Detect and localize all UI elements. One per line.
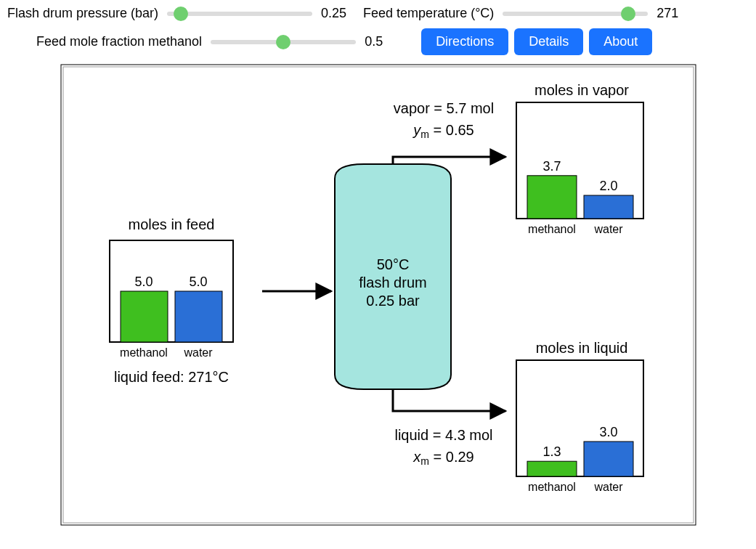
details-button[interactable]: Details [514, 28, 583, 55]
feed-chart-title: moles in feed [128, 216, 214, 232]
button-group: Directions Details About [421, 28, 652, 55]
feed-cat-b: water [183, 346, 213, 359]
liquid-chart: moles in liquid 1.3 3.0 methanol water [516, 340, 643, 493]
vapor-cat-a: methanol [528, 223, 576, 235]
liquid-bar-methanol [527, 461, 577, 476]
vapor-val-methanol: 3.7 [542, 159, 561, 174]
directions-button[interactable]: Directions [421, 28, 508, 55]
vapor-chart: moles in vapor 3.7 2.0 methanol water [516, 82, 643, 235]
liquid-cat-a: methanol [528, 481, 576, 493]
pressure-label: Flash drum pressure (bar) [7, 6, 158, 21]
temperature-value: 271 [657, 6, 684, 21]
vapor-bar-methanol [527, 176, 577, 219]
vapor-line1: vapor = 5.7 mol [393, 100, 493, 116]
feed-bar-water [175, 291, 222, 342]
feed-val-methanol: 5.0 [134, 274, 153, 289]
vapor-bar-water [584, 195, 633, 219]
feed-caption: liquid feed: 271°C [113, 369, 228, 385]
fraction-label: Feed mole fraction methanol [36, 34, 202, 49]
temperature-slider[interactable] [503, 12, 648, 16]
vapor-chart-title: moles in vapor [534, 82, 628, 98]
fraction-slider[interactable] [211, 40, 356, 44]
vapor-val-water: 2.0 [599, 179, 617, 193]
fraction-value: 0.5 [365, 34, 392, 49]
feed-cat-a: methanol [120, 346, 168, 359]
drum-temp: 50°C [376, 256, 409, 272]
controls-panel: Flash drum pressure (bar) 0.25 Feed temp… [7, 6, 749, 55]
liquid-line1: liquid = 4.3 mol [394, 427, 492, 443]
liquid-bar-water [584, 442, 633, 476]
about-button[interactable]: About [589, 28, 652, 55]
vapor-cat-b: water [593, 223, 623, 235]
pressure-value: 0.25 [321, 6, 349, 21]
pressure-control: Flash drum pressure (bar) 0.25 [7, 6, 349, 21]
liquid-val-water: 3.0 [599, 425, 617, 439]
temperature-control: Feed temperature (°C) 271 [363, 6, 684, 21]
feed-bar-methanol [121, 291, 168, 342]
feed-val-water: 5.0 [189, 274, 207, 289]
liquid-chart-title: moles in liquid [535, 340, 627, 356]
flash-diagram: 50°C flash drum 0.25 bar vapor = 5.7 mol… [59, 62, 698, 527]
flash-drum: 50°C flash drum 0.25 bar [335, 164, 451, 389]
drum-label: flash drum [359, 274, 426, 290]
fraction-control: Feed mole fraction methanol 0.5 [36, 34, 392, 49]
drum-pressure: 0.25 bar [366, 293, 420, 309]
liquid-cat-b: water [593, 481, 623, 493]
liquid-val-methanol: 1.3 [542, 444, 561, 459]
pressure-slider[interactable] [167, 12, 312, 16]
temperature-label: Feed temperature (°C) [363, 6, 494, 21]
